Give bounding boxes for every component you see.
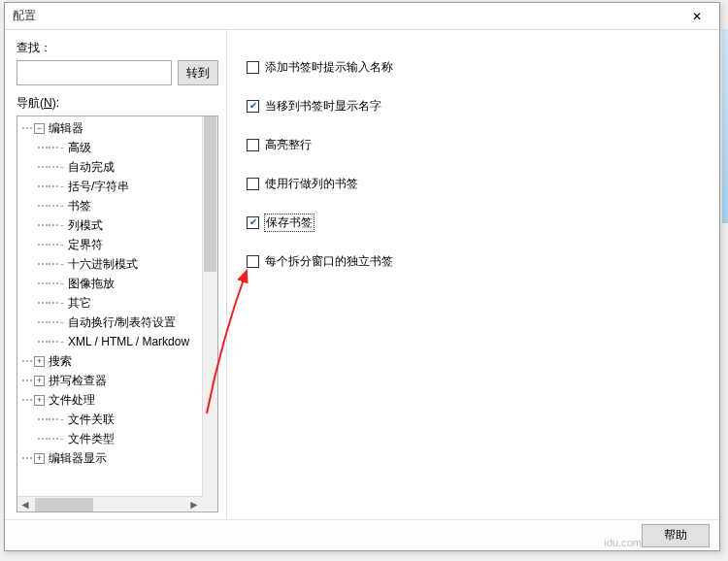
tree-item-label: 文件关联 (68, 410, 115, 429)
tree-leaf-icon: - (60, 196, 64, 215)
tree-item-label: 文件类型 (68, 429, 115, 448)
config-dialog: 配置 ✕ 查找： 转到 导航(N): ⋯−编辑器⋯⋯-高级⋯⋯-自动完成⋯⋯-括… (4, 2, 720, 551)
tree-leaf-icon: - (60, 410, 64, 429)
vertical-scroll-thumb[interactable] (204, 116, 216, 272)
tree-item[interactable]: ⋯⋯-其它 (17, 293, 202, 313)
checkbox[interactable] (247, 139, 259, 151)
tree-item[interactable]: ⋯⋯-文件类型 (17, 429, 202, 448)
tree-item-label: 列模式 (68, 215, 103, 235)
tree-guide: ⋯ (21, 118, 32, 138)
tree-guide: ⋯⋯ (37, 196, 58, 215)
scroll-left-icon[interactable]: ◄ (17, 498, 33, 512)
nav-label-key: N (44, 96, 52, 110)
tree-guide: ⋯⋯ (37, 313, 58, 332)
checkbox[interactable] (247, 216, 259, 229)
expand-icon[interactable]: + (34, 395, 45, 406)
tree-leaf-icon: - (60, 254, 64, 274)
tree-item[interactable]: ⋯−编辑器 (17, 118, 202, 138)
tree-item-label: XML / HTML / Markdow (68, 332, 189, 351)
tree-item[interactable]: ⋯⋯-括号/字符串 (17, 177, 202, 196)
collapse-icon[interactable]: − (34, 123, 45, 134)
tree-item[interactable]: ⋯⋯-XML / HTML / Markdow (17, 332, 202, 351)
expand-icon[interactable]: + (34, 356, 45, 367)
tree-item-label: 图像拖放 (68, 274, 115, 293)
checkbox[interactable] (247, 178, 259, 190)
tree-item-label: 拼写检查器 (49, 371, 107, 390)
option-o0[interactable]: 添加书签时提示输入名称 (247, 57, 700, 77)
tree-item[interactable]: ⋯⋯-书签 (17, 196, 202, 215)
option-label: 使用行做列的书签 (265, 176, 358, 192)
tree-item-label: 高级 (68, 138, 91, 157)
tree-guide: ⋯⋯ (37, 177, 58, 196)
option-o3[interactable]: 使用行做列的书签 (247, 174, 700, 193)
tree-item[interactable]: ⋯⋯-图像拖放 (17, 274, 202, 293)
tree-item-label: 编辑器显示 (49, 448, 107, 468)
vertical-scrollbar[interactable] (202, 116, 217, 496)
tree-item[interactable]: ⋯⋯-自动完成 (17, 157, 202, 177)
tree-item[interactable]: ⋯⋯-定界符 (17, 235, 202, 254)
tree-item[interactable]: ⋯+搜索 (17, 351, 202, 371)
scroll-right-icon[interactable]: ► (186, 498, 202, 512)
tree-leaf-icon: - (60, 235, 64, 254)
option-label: 每个拆分窗口的独立书签 (265, 253, 393, 270)
tree-item[interactable]: ⋯⋯-十六进制模式 (17, 254, 202, 274)
option-o4[interactable]: 保存书签 (247, 213, 700, 232)
tree-item[interactable]: ⋯⋯-自动换行/制表符设置 (17, 313, 202, 332)
tree-leaf-icon: - (60, 274, 64, 293)
watermark-text: idu.com (604, 537, 642, 548)
tree-item-label: 括号/字符串 (68, 177, 129, 196)
option-o2[interactable]: 高亮整行 (247, 135, 700, 154)
tree-leaf-icon: - (60, 157, 64, 177)
window-title: 配置 (13, 8, 36, 24)
dialog-body: 查找： 转到 导航(N): ⋯−编辑器⋯⋯-高级⋯⋯-自动完成⋯⋯-括号/字符串… (5, 30, 719, 520)
tree-guide: ⋯⋯ (37, 157, 58, 177)
option-o5[interactable]: 每个拆分窗口的独立书签 (247, 251, 700, 271)
expand-icon[interactable]: + (34, 453, 45, 464)
tree-item[interactable]: ⋯+编辑器显示 (17, 448, 202, 468)
tree-guide: ⋯⋯ (37, 138, 58, 157)
tree-guide: ⋯⋯ (37, 274, 58, 293)
horizontal-scrollbar[interactable]: ◄ ► (17, 496, 202, 512)
nav-label-prefix: 导航( (17, 96, 44, 110)
tree-guide: ⋯⋯ (37, 410, 58, 429)
checkbox[interactable] (247, 255, 259, 268)
nav-label: 导航(N): (17, 95, 218, 112)
option-label: 高亮整行 (265, 137, 312, 153)
tree-item[interactable]: ⋯⋯-列模式 (17, 215, 202, 235)
tree-item[interactable]: ⋯⋯-高级 (17, 138, 202, 157)
close-button[interactable]: ✕ (677, 4, 717, 29)
tree-item-label: 文件处理 (49, 390, 95, 410)
horizontal-scroll-thumb[interactable] (35, 498, 93, 512)
tree-item-label: 编辑器 (49, 118, 83, 138)
checkbox[interactable] (247, 100, 259, 113)
find-row: 转到 (17, 60, 218, 85)
tree-guide: ⋯⋯ (37, 235, 58, 254)
option-label: 添加书签时提示输入名称 (265, 59, 393, 76)
tree-guide: ⋯⋯ (37, 332, 58, 351)
tree-leaf-icon: - (60, 429, 64, 448)
tree-item-label: 书签 (68, 196, 91, 215)
tree-item-label: 其它 (68, 293, 91, 313)
tree-guide: ⋯ (21, 371, 32, 390)
tree-item-label: 自动换行/制表符设置 (68, 313, 176, 332)
tree-item[interactable]: ⋯⋯-文件关联 (17, 410, 202, 429)
search-input[interactable] (17, 60, 172, 85)
checkbox[interactable] (247, 61, 259, 74)
tree-guide: ⋯⋯ (37, 429, 58, 448)
scroll-corner (202, 496, 217, 512)
tree-item[interactable]: ⋯+拼写检查器 (17, 371, 202, 390)
tree-item[interactable]: ⋯+文件处理 (17, 390, 202, 410)
tree-item-label: 搜索 (49, 351, 72, 371)
option-o1[interactable]: 当移到书签时显示名字 (247, 96, 700, 116)
tree-leaf-icon: - (60, 332, 64, 351)
nav-tree[interactable]: ⋯−编辑器⋯⋯-高级⋯⋯-自动完成⋯⋯-括号/字符串⋯⋯-书签⋯⋯-列模式⋯⋯-… (17, 116, 202, 496)
right-panel: 添加书签时提示输入名称当移到书签时显示名字高亮整行使用行做列的书签保存书签每个拆… (226, 30, 719, 520)
help-button[interactable]: 帮助 (642, 524, 710, 547)
dialog-footer: idu.com 帮助 (5, 519, 719, 550)
background-decoration (722, 29, 728, 223)
go-button[interactable]: 转到 (178, 60, 218, 85)
find-label: 查找： (17, 40, 218, 56)
expand-icon[interactable]: + (34, 376, 45, 386)
tree-item-label: 定界符 (68, 235, 103, 254)
tree-leaf-icon: - (60, 215, 64, 235)
